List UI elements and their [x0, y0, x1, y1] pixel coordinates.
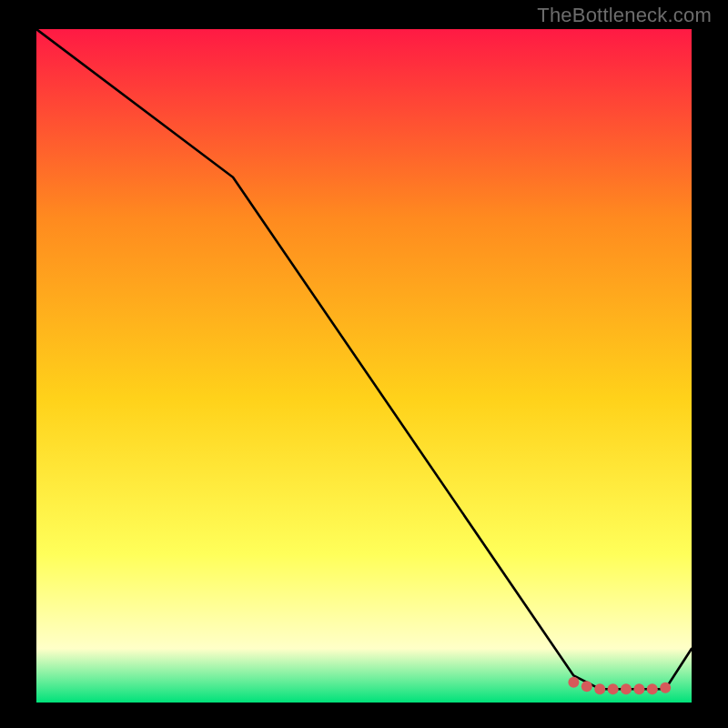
- marker-dot: [594, 683, 605, 694]
- marker-dot: [608, 683, 619, 694]
- marker-dot: [581, 681, 592, 692]
- gradient-background: [36, 29, 692, 703]
- chart-frame: TheBottleneck.com: [0, 0, 728, 728]
- marker-dot: [660, 682, 671, 693]
- marker-dot: [647, 683, 658, 694]
- marker-dot: [633, 683, 644, 694]
- marker-dot: [621, 683, 632, 694]
- watermark-text: TheBottleneck.com: [537, 4, 712, 27]
- marker-dot: [568, 677, 579, 688]
- chart-svg: [36, 29, 692, 703]
- plot-area: [36, 29, 692, 703]
